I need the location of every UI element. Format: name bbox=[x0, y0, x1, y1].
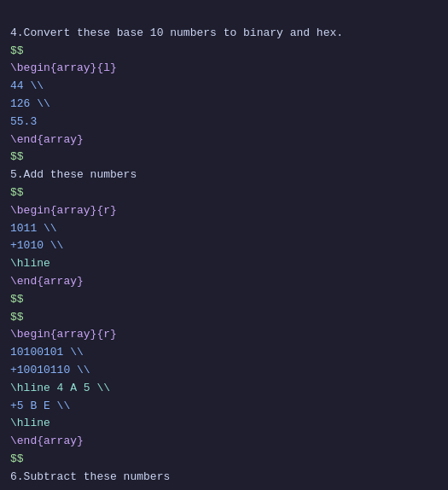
code-line: 126 \\ bbox=[10, 96, 438, 114]
code-line: \end{array} bbox=[10, 273, 438, 291]
code-line: \hline bbox=[10, 255, 438, 273]
code-line: 4.Convert these base 10 numbers to binar… bbox=[10, 25, 438, 43]
code-line: $$ bbox=[10, 184, 438, 202]
code-line: $$ bbox=[10, 451, 438, 469]
code-line: +5 B E \\ bbox=[10, 398, 438, 416]
code-line: 10100101 \\ bbox=[10, 344, 438, 362]
code-line: +10010110 \\ bbox=[10, 362, 438, 380]
code-line: 5.Add these numbers bbox=[10, 166, 438, 184]
code-line: 55.3 bbox=[10, 114, 438, 131]
code-line: $$ bbox=[10, 487, 438, 490]
code-line: $$ bbox=[10, 309, 438, 327]
code-line: \hline 4 A 5 \\ bbox=[10, 380, 438, 398]
code-line: $$ bbox=[10, 291, 438, 309]
code-line: 6.Subtract these numbers bbox=[10, 469, 438, 487]
code-line: \begin{array}{l} bbox=[10, 60, 438, 78]
code-line: \end{array} bbox=[10, 131, 438, 149]
code-line: $$ bbox=[10, 149, 438, 166]
code-line: \begin{array}{r} bbox=[10, 202, 438, 220]
code-line: 44 \\ bbox=[10, 78, 438, 96]
code-line: +1010 \\ bbox=[10, 237, 438, 255]
code-line: \hline bbox=[10, 415, 438, 433]
code-line: \end{array} bbox=[10, 433, 438, 451]
code-line: \begin{array}{r} bbox=[10, 326, 438, 344]
code-line: 1011 \\ bbox=[10, 220, 438, 238]
code-line: $$ bbox=[10, 43, 438, 61]
code-container: 4.Convert these base 10 numbers to binar… bbox=[10, 7, 438, 490]
